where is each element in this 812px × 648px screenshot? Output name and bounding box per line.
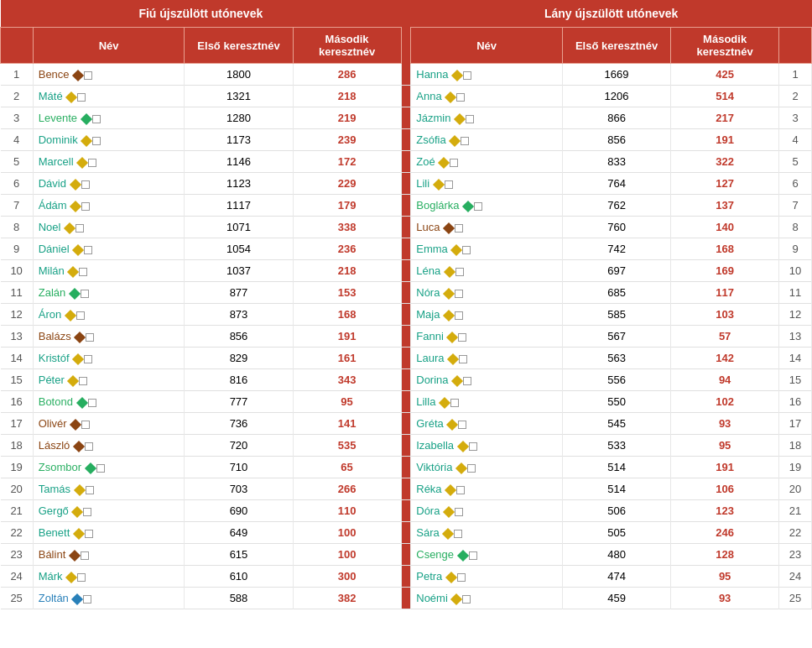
column-header-row: Név Első keresztnév Második keresztnév N… (1, 28, 812, 64)
boy-rank: 4 (1, 129, 34, 151)
checkbox-icon[interactable] (85, 442, 93, 451)
boy-rank: 22 (1, 522, 34, 544)
checkbox-icon[interactable] (77, 573, 86, 582)
checkbox-icon[interactable] (458, 333, 466, 342)
checkbox-icon[interactable] (456, 486, 465, 494)
boy-elso: 615 (185, 544, 293, 566)
checkbox-icon[interactable] (92, 137, 101, 145)
divider2 (401, 28, 411, 64)
checkbox-icon[interactable] (79, 377, 87, 385)
boys-section-header: Fiú újszülött utónevek (1, 0, 402, 28)
checkbox-icon[interactable] (462, 246, 471, 254)
gold-icon (71, 505, 83, 517)
checkbox-icon[interactable] (455, 224, 463, 233)
boy-elso: 588 (185, 588, 293, 609)
girl-masodik: 514 (671, 86, 779, 107)
girl-name: Dóra (411, 500, 563, 522)
green-icon (81, 112, 92, 124)
row-divider (401, 457, 411, 478)
boy-rank: 6 (1, 173, 34, 195)
blue-icon (71, 593, 83, 604)
checkbox-icon[interactable] (450, 399, 459, 407)
checkbox-icon[interactable] (461, 137, 469, 145)
checkbox-icon[interactable] (83, 508, 91, 516)
girl-name: Csenge (411, 544, 563, 566)
gold-icon (443, 505, 455, 517)
boy-name: Olivér (33, 413, 185, 435)
checkbox-icon[interactable] (474, 202, 482, 211)
checkbox-icon[interactable] (75, 224, 84, 233)
boy-masodik: 236 (293, 238, 401, 260)
checkbox-icon[interactable] (445, 180, 453, 189)
checkbox-icon[interactable] (76, 311, 85, 320)
green-icon (457, 549, 469, 561)
boy-rank: 19 (1, 457, 34, 478)
girl-masodik: 169 (671, 260, 779, 282)
checkbox-icon[interactable] (463, 377, 471, 385)
girl-elso: 742 (562, 238, 670, 260)
checkbox-icon[interactable] (457, 573, 466, 582)
checkbox-icon[interactable] (84, 246, 92, 254)
girl-name: Luca (411, 217, 563, 238)
checkbox-icon[interactable] (456, 93, 465, 102)
checkbox-icon[interactable] (455, 508, 463, 516)
girl-masodik: 57 (671, 326, 779, 348)
checkbox-icon[interactable] (458, 421, 466, 429)
checkbox-icon[interactable] (81, 180, 90, 189)
girl-masodik: 322 (671, 151, 779, 173)
checkbox-icon[interactable] (467, 464, 476, 473)
checkbox-icon[interactable] (81, 421, 90, 429)
checkbox-icon[interactable] (79, 268, 87, 276)
checkbox-icon[interactable] (454, 530, 462, 538)
girl-name: Lili (411, 173, 563, 195)
boy-name: Máté (33, 86, 185, 107)
checkbox-icon[interactable] (92, 115, 101, 123)
checkbox-icon[interactable] (88, 399, 96, 407)
boy-elso: 610 (185, 566, 293, 588)
checkbox-icon[interactable] (86, 333, 94, 342)
checkbox-icon[interactable] (84, 355, 92, 363)
gold-icon (433, 178, 445, 190)
gold-icon (74, 483, 86, 495)
checkbox-icon[interactable] (88, 159, 96, 167)
checkbox-icon[interactable] (81, 202, 90, 211)
boy-name: Gergő (33, 500, 185, 522)
checkbox-icon[interactable] (466, 115, 474, 123)
girls-rank-header (779, 28, 812, 64)
table-row: 14 Kristóf 829 161 Laura 563 142 14 (1, 348, 812, 369)
checkbox-icon[interactable] (462, 595, 471, 604)
boy-masodik: 65 (293, 457, 401, 478)
checkbox-icon[interactable] (455, 311, 463, 320)
girl-name: Nóra (411, 282, 563, 304)
girl-elso: 762 (562, 195, 670, 217)
girl-name: Jázmin (411, 107, 563, 129)
checkbox-icon[interactable] (77, 93, 86, 102)
table-row: 7 Ádám 1117 179 Boglárka 762 137 7 (1, 195, 812, 217)
boy-name: Kristóf (33, 348, 185, 369)
checkbox-icon[interactable] (469, 442, 477, 451)
gold-icon (451, 374, 463, 386)
gold-icon (67, 374, 79, 386)
girl-elso: 545 (562, 413, 670, 435)
checkbox-icon[interactable] (81, 290, 89, 298)
table-row: 23 Bálint 615 100 Csenge 480 128 23 (1, 544, 812, 566)
table-row: 10 Milán 1037 218 Léna 697 169 10 (1, 260, 812, 282)
checkbox-icon[interactable] (455, 290, 463, 298)
checkbox-icon[interactable] (455, 268, 464, 276)
checkbox-icon[interactable] (459, 355, 467, 363)
checkbox-icon[interactable] (84, 71, 92, 80)
checkbox-icon[interactable] (81, 551, 89, 560)
checkbox-icon[interactable] (86, 486, 94, 494)
checkbox-icon[interactable] (463, 71, 471, 80)
girl-name: Zsófia (411, 129, 563, 151)
gold-icon (445, 91, 456, 102)
checkbox-icon[interactable] (96, 464, 105, 473)
checkbox-icon[interactable] (83, 595, 91, 604)
boy-name: Zoltán (33, 588, 185, 609)
checkbox-icon[interactable] (469, 551, 477, 560)
checkbox-icon[interactable] (85, 530, 93, 538)
checkbox-icon[interactable] (450, 159, 458, 167)
girl-name: Fanni (411, 326, 563, 348)
boy-masodik: 535 (293, 435, 401, 457)
boy-rank: 13 (1, 326, 34, 348)
